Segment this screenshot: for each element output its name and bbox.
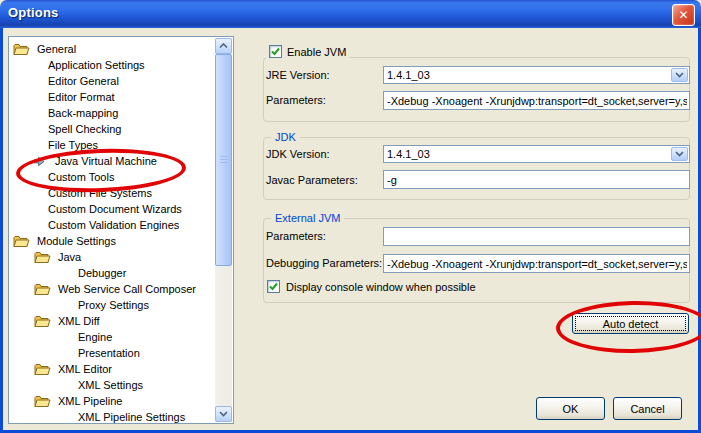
tree-item-label: Back-mapping xyxy=(48,107,118,119)
tree-item-label: Web Service Call Composer xyxy=(58,283,196,295)
jvm-parameters-label: Parameters: xyxy=(266,94,326,106)
tree-item-label: Spell Checking xyxy=(48,123,121,135)
tree-item-label: Custom Tools xyxy=(48,171,114,183)
enable-jvm-checkbox[interactable] xyxy=(269,45,282,58)
tree-item-editor-format[interactable]: Editor Format xyxy=(9,89,233,105)
enable-jvm-caption: Enable JVM xyxy=(265,45,350,58)
tree-item-label: Java Virtual Machine xyxy=(55,155,157,167)
tree-item-custom-file-systems[interactable]: Custom File Systems xyxy=(9,185,233,201)
tree-item-proxy-settings[interactable]: Proxy Settings xyxy=(9,297,233,313)
tree-item-debugger[interactable]: Debugger xyxy=(9,265,233,281)
tree-item-label: Application Settings xyxy=(48,59,145,71)
scroll-down-button[interactable] xyxy=(215,406,232,422)
jdk-version-dropdown-icon[interactable] xyxy=(671,147,688,161)
jdk-group-title: JDK xyxy=(271,131,300,143)
tree-item-label: Editor General xyxy=(48,75,119,87)
tree-item-label: XML Settings xyxy=(78,379,143,391)
display-console-label: Display console window when possible xyxy=(286,281,476,293)
jvm-parameters-input[interactable] xyxy=(383,91,690,110)
javac-parameters-input[interactable] xyxy=(383,170,690,189)
jre-version-value: 1.4.1_03 xyxy=(384,69,430,81)
tree-item-java-virtual-machine[interactable]: Java Virtual Machine xyxy=(9,153,233,169)
tree-item-custom-tools[interactable]: Custom Tools xyxy=(9,169,233,185)
check-icon xyxy=(270,46,281,57)
tree-item-back-mapping[interactable]: Back-mapping xyxy=(9,105,233,121)
auto-detect-button[interactable]: Auto detect xyxy=(572,313,689,334)
display-console-checkbox[interactable] xyxy=(267,280,280,293)
tree-item-application-settings[interactable]: Application Settings xyxy=(9,57,233,73)
tree-item-label: General xyxy=(37,43,76,55)
tree-item-label: XML Diff xyxy=(58,315,100,327)
folder-icon xyxy=(34,283,51,296)
tree-item-xml-pipeline[interactable]: XML Pipeline xyxy=(9,393,233,409)
cancel-button[interactable]: Cancel xyxy=(613,397,682,420)
tree-item-label: Presentation xyxy=(78,347,140,359)
tree-item-custom-validation-engines[interactable]: Custom Validation Engines xyxy=(9,217,233,233)
scrollbar-grip xyxy=(220,156,228,164)
tree-items: GeneralApplication SettingsEditor Genera… xyxy=(9,41,233,424)
tree-item-engine[interactable]: Engine xyxy=(9,329,233,345)
tree-item-java[interactable]: Java xyxy=(9,249,233,265)
tree-item-xml-settings[interactable]: XML Settings xyxy=(9,377,233,393)
scrollbar-thumb[interactable] xyxy=(215,54,232,266)
tree-item-label: Debugger xyxy=(78,267,126,279)
tree-item-label: Engine xyxy=(78,331,112,343)
check-icon xyxy=(268,281,279,292)
close-icon: ✕ xyxy=(678,8,688,22)
scroll-up-button[interactable] xyxy=(215,38,232,54)
tree-item-label: Proxy Settings xyxy=(78,299,149,311)
jdk-version-value: 1.4.1_03 xyxy=(384,148,430,160)
dialog-body: GeneralApplication SettingsEditor Genera… xyxy=(0,28,701,433)
arrow-icon xyxy=(33,156,45,167)
tree-item-custom-document-wizards[interactable]: Custom Document Wizards xyxy=(9,201,233,217)
jre-version-label: JRE Version: xyxy=(266,69,330,81)
tree-item-label: Custom Validation Engines xyxy=(48,219,179,231)
enable-jvm-label: Enable JVM xyxy=(287,46,346,58)
external-jvm-group-title: External JVM xyxy=(271,212,344,224)
tree-item-presentation[interactable]: Presentation xyxy=(9,345,233,361)
folder-icon xyxy=(34,395,51,408)
title-bar: Options ✕ xyxy=(0,0,701,28)
jdk-version-combobox[interactable]: 1.4.1_03 xyxy=(383,145,690,163)
debugging-parameters-input[interactable] xyxy=(383,254,690,273)
tree-item-xml-diff[interactable]: XML Diff xyxy=(9,313,233,329)
jre-version-combobox[interactable]: 1.4.1_03 xyxy=(383,66,690,84)
folder-icon xyxy=(34,363,51,376)
chevron-down-icon xyxy=(219,411,228,417)
tree-item-general[interactable]: General xyxy=(9,41,233,57)
tree-item-file-types[interactable]: File Types xyxy=(9,137,233,153)
tree-item-web-service-call-composer[interactable]: Web Service Call Composer xyxy=(9,281,233,297)
debugging-parameters-label: Debugging Parameters: xyxy=(266,257,382,269)
tree-item-label: XML Pipeline Settings xyxy=(78,411,185,423)
tree-item-editor-general[interactable]: Editor General xyxy=(9,73,233,89)
tree-item-spell-checking[interactable]: Spell Checking xyxy=(9,121,233,137)
tree-item-xml-editor[interactable]: XML Editor xyxy=(9,361,233,377)
external-parameters-input[interactable] xyxy=(383,227,690,246)
jre-version-dropdown-icon[interactable] xyxy=(671,68,688,82)
folder-icon xyxy=(13,235,30,248)
tree-item-label: Editor Format xyxy=(48,91,115,103)
folder-icon xyxy=(13,43,30,56)
close-button[interactable]: ✕ xyxy=(672,4,695,26)
external-parameters-label: Parameters: xyxy=(266,230,326,242)
javac-parameters-label: Javac Parameters: xyxy=(266,174,358,186)
tree-item-xml-pipeline-settings[interactable]: XML Pipeline Settings xyxy=(9,409,233,424)
tree-scrollbar[interactable] xyxy=(215,38,232,422)
chevron-up-icon xyxy=(219,43,228,49)
options-dialog: Options ✕ GeneralApplication SettingsEdi… xyxy=(0,0,701,433)
ok-button[interactable]: OK xyxy=(536,397,605,420)
tree-item-label: Module Settings xyxy=(37,235,116,247)
tree-item-module-settings[interactable]: Module Settings xyxy=(9,233,233,249)
tree-item-label: Custom File Systems xyxy=(48,187,152,199)
folder-icon xyxy=(34,315,51,328)
folder-icon xyxy=(34,251,51,264)
jdk-version-label: JDK Version: xyxy=(266,148,330,160)
tree-item-label: XML Pipeline xyxy=(58,395,122,407)
settings-tree: GeneralApplication SettingsEditor Genera… xyxy=(8,36,234,424)
window-title: Options xyxy=(8,5,59,20)
tree-item-label: File Types xyxy=(48,139,98,151)
tree-item-label: Custom Document Wizards xyxy=(48,203,182,215)
tree-item-label: XML Editor xyxy=(58,363,112,375)
tree-item-label: Java xyxy=(58,251,81,263)
